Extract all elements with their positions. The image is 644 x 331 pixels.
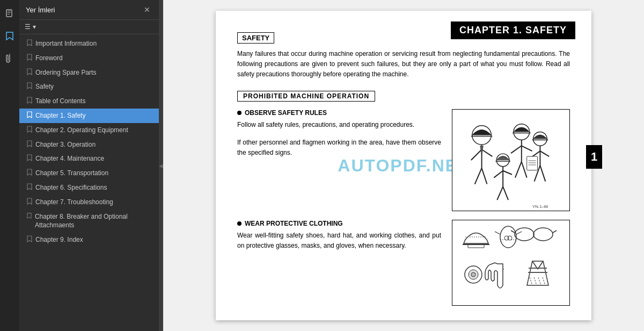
svg-line-7 bbox=[471, 149, 482, 160]
nav-item-label: Chapter 3. Operation bbox=[35, 140, 96, 149]
bullet1-title: OBSERVE SAFETY RULES bbox=[237, 109, 441, 117]
nav-item-7[interactable]: Chapter 3. Operation bbox=[19, 138, 159, 152]
bullet-dot-icon bbox=[237, 111, 241, 115]
nav-item-label: Chapter 4. Maintenance bbox=[35, 154, 104, 163]
svg-point-40 bbox=[533, 228, 553, 241]
bookmark-shape-icon bbox=[27, 198, 32, 205]
bullet2-content: If other personnel and flagmen working i… bbox=[237, 138, 441, 158]
nav-item-label: Chapter 9. Index bbox=[35, 235, 83, 244]
nav-item-12[interactable]: Chapter 8. Breaker and Optional Attachma… bbox=[19, 210, 159, 233]
prohibited-section: PROHIBITED MACHINE OPERATION OBSERVE SAF… bbox=[237, 91, 570, 306]
bookmark-shape-icon bbox=[27, 97, 32, 104]
svg-line-55 bbox=[495, 232, 500, 234]
nav-item-0[interactable]: Important Information bbox=[19, 37, 159, 51]
svg-line-8 bbox=[482, 149, 493, 156]
nav-item-label: Chapter 1. Safety bbox=[35, 111, 85, 120]
svg-rect-3 bbox=[8, 14, 10, 15]
nav-item-6[interactable]: Chapter 2. Operating Equipment bbox=[19, 123, 159, 138]
svg-point-46 bbox=[471, 272, 475, 277]
bullet2-text: If other personnel and flagmen working i… bbox=[237, 138, 441, 158]
chapter-number-tab: 1 bbox=[586, 145, 602, 169]
nav-item-10[interactable]: Chapter 6. Specifications bbox=[19, 181, 159, 195]
bullet1-content: OBSERVE SAFETY RULES Follow all safety r… bbox=[237, 109, 441, 211]
bookmark-shape-icon bbox=[27, 183, 32, 190]
nav-item-label: Ordering Spare Parts bbox=[35, 68, 96, 77]
pages-icon-btn[interactable] bbox=[2, 5, 18, 21]
bookmark-shape-icon bbox=[27, 111, 32, 118]
safety-title: SAFETY bbox=[237, 32, 274, 44]
bullet1-text: Follow all safety rules, precautions, an… bbox=[237, 120, 441, 130]
icon-strip bbox=[0, 0, 19, 331]
illustration2-container bbox=[452, 220, 570, 306]
svg-rect-2 bbox=[8, 12, 11, 13]
close-button[interactable]: ✕ bbox=[142, 4, 152, 15]
illustration1-container: YN-1-48 bbox=[452, 109, 570, 211]
svg-line-34 bbox=[497, 186, 503, 200]
bookmark-shape-icon bbox=[27, 68, 32, 75]
svg-line-10 bbox=[482, 168, 487, 184]
illustration1: YN-1-48 bbox=[452, 109, 570, 211]
safety-section: SAFETY Many failures that occur during m… bbox=[237, 32, 570, 80]
prohibited-title: PROHIBITED MACHINE OPERATION bbox=[237, 91, 375, 102]
bullet3-row: WEAR PROTECTIVE CLOTHING Wear well-fitti… bbox=[237, 220, 570, 306]
svg-line-56 bbox=[516, 232, 522, 234]
bookmark-shape-icon bbox=[27, 82, 32, 89]
bookmark-icon-btn[interactable] bbox=[2, 28, 17, 44]
nav-item-4[interactable]: Table of Contents bbox=[19, 94, 159, 109]
svg-line-51 bbox=[534, 277, 537, 285]
bullet1-row: OBSERVE SAFETY RULES Follow all safety r… bbox=[237, 109, 570, 211]
safety-text: Many failures that occur during machine … bbox=[237, 49, 570, 80]
svg-line-24 bbox=[540, 165, 545, 181]
nav-item-8[interactable]: Chapter 4. Maintenance bbox=[19, 152, 159, 166]
bookmark-shape-icon bbox=[27, 235, 32, 242]
svg-line-14 bbox=[511, 146, 522, 153]
page-container: CHAPTER 1. SAFETY 1 SAFETY Many failures… bbox=[216, 11, 591, 320]
sidebar-title: Yer İmleri bbox=[26, 6, 55, 14]
sidebar-navigation: Important InformationForewordOrdering Sp… bbox=[19, 34, 159, 331]
resize-handle[interactable]: ◀ bbox=[159, 0, 163, 331]
svg-line-16 bbox=[515, 162, 522, 178]
nav-item-label: Table of Contents bbox=[35, 97, 85, 106]
main-content: CHAPTER 1. SAFETY 1 SAFETY Many failures… bbox=[163, 0, 644, 331]
toolbar-menu-button[interactable]: ☰ ▾ bbox=[25, 23, 36, 31]
nav-item-9[interactable]: Chapter 5. Transportation bbox=[19, 166, 159, 181]
nav-item-3[interactable]: Safety bbox=[19, 80, 159, 94]
bookmark-shape-icon bbox=[27, 140, 32, 147]
nav-item-1[interactable]: Foreword bbox=[19, 51, 159, 66]
nav-item-5[interactable]: Chapter 1. Safety bbox=[19, 109, 159, 123]
nav-item-label: Foreword bbox=[35, 54, 63, 63]
svg-line-15 bbox=[522, 146, 532, 151]
nav-item-label: Chapter 8. Breaker and Optional Attachma… bbox=[35, 212, 153, 231]
bookmark-shape-icon bbox=[27, 212, 32, 219]
svg-text:YN-1-48: YN-1-48 bbox=[532, 204, 548, 209]
nav-item-label: Safety bbox=[35, 82, 54, 91]
svg-rect-0 bbox=[6, 10, 12, 17]
svg-line-43 bbox=[553, 231, 557, 233]
bookmark-shape-icon bbox=[27, 126, 32, 133]
nav-item-2[interactable]: Ordering Spare Parts bbox=[19, 66, 159, 80]
svg-line-9 bbox=[475, 168, 482, 184]
bullet3-text: Wear well-fitting safety shoes, hard hat… bbox=[237, 231, 441, 251]
svg-rect-25 bbox=[527, 156, 538, 170]
illustration2 bbox=[452, 220, 570, 306]
bookmark-shape-icon bbox=[27, 154, 32, 161]
svg-line-35 bbox=[503, 186, 508, 200]
svg-line-52 bbox=[538, 277, 541, 285]
nav-item-13[interactable]: Chapter 9. Index bbox=[19, 233, 159, 247]
svg-point-39 bbox=[515, 228, 534, 241]
nav-item-11[interactable]: Chapter 7. Troubleshooting bbox=[19, 195, 159, 210]
bookmark-shape-icon bbox=[27, 54, 32, 61]
bullet-dot-icon2 bbox=[237, 221, 241, 226]
toolbar-dropdown-icon: ▾ bbox=[33, 23, 36, 31]
bullet3-content: WEAR PROTECTIVE CLOTHING Wear well-fitti… bbox=[237, 220, 441, 306]
bullet3-title: WEAR PROTECTIVE CLOTHING bbox=[237, 220, 441, 227]
svg-line-53 bbox=[543, 277, 545, 285]
chapter-title: CHAPTER 1. SAFETY bbox=[451, 21, 575, 39]
svg-rect-1 bbox=[8, 11, 11, 11]
svg-line-32 bbox=[494, 170, 503, 177]
svg-line-42 bbox=[511, 231, 515, 233]
sidebar: Yer İmleri ✕ ☰ ▾ Important InformationFo… bbox=[19, 0, 159, 331]
svg-line-22 bbox=[540, 151, 549, 156]
attachment-icon-btn[interactable] bbox=[2, 51, 17, 67]
nav-item-label: Chapter 2. Operating Equipment bbox=[35, 126, 128, 135]
